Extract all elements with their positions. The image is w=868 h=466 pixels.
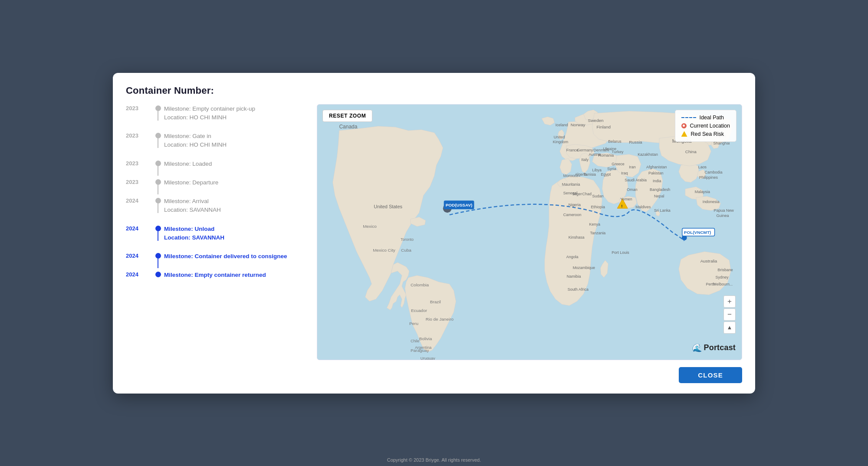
label-melbourne: Melbourn... [713, 282, 733, 286]
label-nepal: Nepal [654, 194, 664, 198]
label-brazil: Brazil [430, 299, 441, 304]
label-kazakhstan: Kazakhstan [638, 152, 658, 156]
label-italy: Italy [582, 157, 589, 161]
label-uk: United [554, 135, 565, 139]
label-brisbane: Brisbane [718, 267, 733, 272]
north-button[interactable]: ▲ [723, 322, 736, 334]
label-turkey: Turkey [612, 149, 624, 154]
footer-copyright: Copyright © 2023 Briyge. All rights rese… [387, 457, 481, 463]
label-china: China [685, 149, 697, 154]
label-cambodia: Cambodia [705, 170, 723, 174]
label-india: India [653, 179, 661, 183]
modal-title: Container Number: [126, 85, 742, 96]
legend-item-ideal-path: Ideal Path [681, 115, 730, 121]
label-belarus: Belarus [608, 139, 621, 143]
timeline-dot [155, 161, 161, 166]
timeline-line [158, 111, 158, 121]
label-pakistan: Pakistan [648, 171, 663, 175]
timeline-dot-col [152, 104, 164, 111]
timeline-year: 2023 [126, 159, 152, 167]
timeline-text: Milestone: Gate inLocation: HO CHI MINH [164, 131, 304, 150]
timeline-panel: 2023Milestone: Empty container pick-upLo… [126, 104, 308, 289]
label-papuang: Papua New [714, 208, 734, 213]
label-bangladesh: Bangladesh [650, 187, 670, 192]
legend-item-current-location: Current Location [681, 123, 730, 129]
timeline-dot-col [152, 252, 164, 259]
label-libya: Libya [592, 168, 602, 172]
label-peru: Peru [409, 321, 418, 326]
modal-container: Container Number: 2023Milestone: Empty c… [113, 73, 755, 394]
timeline-item: 2023Milestone: Empty container pick-upLo… [126, 104, 304, 122]
label-norway: Norway [571, 122, 585, 127]
label-greece: Greece [612, 161, 624, 166]
label-egypt: Egypt [601, 172, 611, 177]
timeline-line [158, 231, 158, 241]
label-southafrica: South Africa [568, 287, 589, 291]
timeline-dot [155, 133, 161, 138]
label-bolivia: Bolivia [419, 336, 432, 341]
label-chad: Chad [582, 192, 592, 196]
timeline-dot-col [152, 224, 164, 231]
timeline-item: 2024Milestone: Container delivered to co… [126, 252, 304, 261]
label-uk2: Kingdom [553, 139, 568, 144]
timeline-dot [155, 226, 161, 231]
label-mexico: Mexico City [373, 247, 395, 252]
legend-item-red-sea-risk: Red Sea Risk [681, 131, 730, 137]
label-indonesia: Indonesia [703, 200, 720, 204]
zoom-out-button[interactable]: − [723, 308, 736, 321]
label-australia: Australia [700, 258, 717, 263]
label-yemen: Yemen [620, 197, 632, 201]
label-canada: Canada [339, 123, 357, 129]
label-kinshasa: Kinshasa [569, 235, 585, 239]
timeline-year: 2023 [126, 131, 152, 139]
timeline-year: 2024 [126, 270, 152, 278]
label-malaysia: Malaysia [695, 190, 710, 194]
label-iran: Iran [629, 165, 635, 169]
timeline-year: 2024 [126, 224, 152, 232]
red-sea-risk-label: Red Sea Risk [691, 131, 724, 137]
timeline-year: 2024 [126, 197, 152, 204]
timeline-item: 2023Milestone: Gate inLocation: HO CHI M… [126, 131, 304, 150]
label-sydney: Sydney [716, 275, 729, 279]
timeline-line [158, 259, 158, 268]
close-button[interactable]: CLOSE [679, 367, 742, 383]
red-sea-risk-icon [681, 131, 687, 137]
timeline-dot [155, 198, 161, 203]
timeline-dot [155, 105, 161, 111]
label-philippines: Philippines [699, 175, 718, 180]
timeline-dot-col [152, 197, 164, 203]
timeline-dot-col [152, 178, 164, 185]
timeline-text: Milestone: Empty container returned [164, 270, 304, 279]
timeline-text: Milestone: ArrivalLocation: SAVANNAH [164, 197, 304, 215]
portcast-logo-text: Portcast [704, 343, 736, 352]
timeline-year: 2023 [126, 178, 152, 185]
current-location-icon [681, 123, 687, 128]
timeline-item: 2023Milestone: Departure [126, 178, 304, 187]
timeline-dot-col [152, 159, 164, 166]
label-portlouis: Port Louis [612, 250, 629, 254]
timeline-dot-col [152, 270, 164, 277]
svg-text:POL(VNCMT): POL(VNCMT) [684, 230, 711, 234]
footer-row: CLOSE [126, 367, 742, 383]
label-niger: Niger [573, 192, 582, 196]
reset-zoom-button[interactable]: RESET ZOOM [322, 110, 372, 122]
label-kenya: Kenya [589, 222, 600, 226]
label-rio: Rio de Janeiro [426, 317, 454, 322]
label-uruguay: Uruguay [421, 356, 435, 360]
timeline-item: 2024Milestone: UnloadLocation: SAVANNAH [126, 224, 304, 243]
content-row: 2023Milestone: Empty container pick-upLo… [126, 104, 742, 360]
label-cuba2: Cuba [401, 247, 411, 252]
zoom-in-button[interactable]: + [723, 295, 736, 308]
label-iraq: Iraq [621, 171, 628, 175]
svg-text:!: ! [621, 203, 622, 208]
ideal-path-label: Ideal Path [700, 115, 724, 121]
label-srilanka: Sri Lanka [654, 208, 671, 213]
label-cyprus: Syria [607, 167, 616, 171]
label-ecuador: Ecuador [411, 308, 427, 313]
timeline-text: Milestone: Empty container pick-upLocati… [164, 104, 304, 122]
label-usa: United States [374, 204, 402, 209]
map-controls: + − ▲ [723, 295, 736, 334]
label-chile: Chile [411, 339, 419, 343]
timeline-item: 2024Milestone: ArrivalLocation: SAVANNAH [126, 197, 304, 215]
label-saudi: Saudi Arabia [625, 178, 647, 182]
